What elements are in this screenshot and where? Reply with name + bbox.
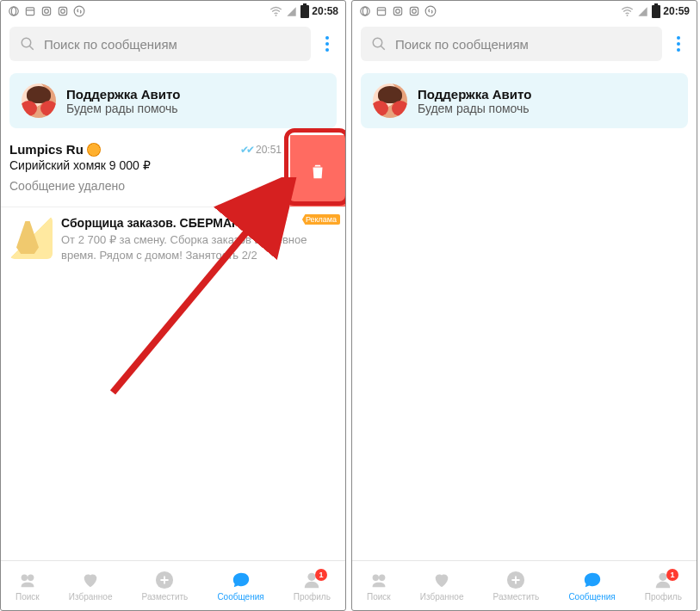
chat-name: Lumpics Ru xyxy=(9,142,101,157)
bottom-nav: Поиск Избранное Разместить Сообщения 1 П… xyxy=(1,560,345,610)
svg-point-25 xyxy=(373,574,379,580)
status-right: 20:59 xyxy=(621,5,690,18)
nav-search-icon xyxy=(18,571,37,589)
ad-badge: Реклама xyxy=(302,214,340,225)
nav-search[interactable]: Поиск xyxy=(367,571,391,602)
nav-messages[interactable]: Сообщения xyxy=(568,571,615,602)
orange-emoji-icon xyxy=(87,143,101,157)
svg-point-7 xyxy=(74,6,84,16)
chat-last-message: Сообщение удалено xyxy=(9,179,282,198)
status-left-icons xyxy=(8,5,85,17)
svg-rect-17 xyxy=(377,8,385,15)
chat-time: ✔✔20:51 xyxy=(240,144,282,156)
nav-badge: 1 xyxy=(666,569,678,581)
wifi-icon xyxy=(269,6,282,17)
nav-messages[interactable]: Сообщения xyxy=(217,571,263,602)
ad-title: Сборщица заказов. СБЕРМАРКЕТ xyxy=(61,216,337,230)
status-bar: 20:59 xyxy=(352,1,697,22)
svg-point-16 xyxy=(362,7,367,15)
battery-icon xyxy=(652,5,660,18)
shazam-icon xyxy=(73,5,85,17)
search-icon xyxy=(371,36,387,52)
nav-badge: 1 xyxy=(315,569,327,581)
ad-item[interactable]: Сборщица заказов. СБЕРМАРКЕТ От 2 700 ₽ … xyxy=(1,207,345,271)
delete-button[interactable] xyxy=(290,135,345,207)
more-menu-button[interactable] xyxy=(318,36,337,52)
nav-favorites[interactable]: Избранное xyxy=(420,571,464,602)
search-placeholder: Поиск по сообщениям xyxy=(395,37,529,52)
calendar-icon xyxy=(24,5,36,17)
search-row: Поиск по сообщениям xyxy=(352,22,697,66)
opera-icon xyxy=(8,5,20,17)
plus-circle-icon xyxy=(155,571,174,589)
chat-icon xyxy=(583,571,602,589)
support-subtitle: Будем рады помочь xyxy=(418,102,531,115)
bottom-nav: Поиск Избранное Разместить Сообщения 1 П… xyxy=(352,560,697,610)
svg-point-15 xyxy=(361,7,370,16)
wifi-icon xyxy=(621,6,634,17)
support-avatar xyxy=(373,83,407,118)
nav-search[interactable]: Поиск xyxy=(15,571,40,602)
svg-point-22 xyxy=(425,6,436,16)
heart-icon xyxy=(81,571,100,589)
battery-icon xyxy=(300,5,309,18)
nav-profile[interactable]: 1 Профиль xyxy=(294,571,331,602)
signal-icon xyxy=(285,6,298,17)
svg-point-21 xyxy=(412,9,417,14)
search-row: Поиск по сообщениям xyxy=(1,22,345,66)
phone-left: 20:58 Поиск по сообщениям Поддержка Авит… xyxy=(0,0,346,611)
instagram-icon xyxy=(40,5,53,17)
instagram-icon xyxy=(392,5,404,17)
svg-point-1 xyxy=(11,7,15,15)
status-left-icons xyxy=(359,5,437,17)
instagram-icon xyxy=(57,5,69,17)
phone-right: 20:59 Поиск по сообщениям Поддержка Авит… xyxy=(351,0,697,611)
svg-point-26 xyxy=(379,574,385,580)
svg-rect-5 xyxy=(59,7,66,15)
trash-icon xyxy=(308,162,327,181)
svg-point-6 xyxy=(61,9,65,14)
nav-post[interactable]: Разместить xyxy=(142,571,189,602)
ad-body: От 2 700 ₽ за смену. Сборка заказов в дн… xyxy=(61,232,337,262)
clock: 20:59 xyxy=(663,5,690,17)
search-input[interactable]: Поиск по сообщениям xyxy=(361,27,662,61)
svg-point-9 xyxy=(22,38,31,47)
svg-point-10 xyxy=(22,574,28,580)
svg-point-19 xyxy=(396,9,400,14)
signal-icon xyxy=(636,6,649,17)
support-subtitle: Будем рады помочь xyxy=(66,102,180,115)
search-icon xyxy=(20,36,35,52)
support-card[interactable]: Поддержка Авито Будем рады помочь xyxy=(9,73,337,128)
support-title: Поддержка Авито xyxy=(418,87,531,102)
support-avatar xyxy=(22,83,56,118)
heart-icon xyxy=(432,571,451,589)
nav-profile[interactable]: 1 Профиль xyxy=(645,571,682,602)
search-input[interactable]: Поиск по сообщениям xyxy=(9,27,311,61)
chat-item-swiped[interactable]: Lumpics Ru ✔✔20:51 Сирийский хомяк 9 000… xyxy=(1,135,345,207)
nav-search-icon xyxy=(369,571,388,589)
read-check-icon: ✔✔ xyxy=(240,144,252,156)
chat-subtitle: Сирийский хомяк 9 000 ₽ xyxy=(9,158,282,172)
calendar-icon xyxy=(375,5,387,17)
svg-rect-20 xyxy=(410,7,418,15)
nav-post[interactable]: Разместить xyxy=(493,571,540,602)
svg-rect-3 xyxy=(42,7,50,15)
svg-point-11 xyxy=(28,574,34,580)
svg-point-8 xyxy=(276,14,277,15)
status-bar: 20:58 xyxy=(1,1,345,22)
support-card[interactable]: Поддержка Авито Будем рады помочь xyxy=(361,73,688,128)
more-menu-button[interactable] xyxy=(669,36,688,52)
svg-point-24 xyxy=(373,38,382,47)
support-title: Поддержка Авито xyxy=(66,87,180,102)
plus-circle-icon xyxy=(506,571,525,589)
clock: 20:58 xyxy=(312,5,338,17)
nav-favorites[interactable]: Избранное xyxy=(69,571,113,602)
svg-rect-2 xyxy=(26,8,34,15)
svg-point-0 xyxy=(9,7,19,16)
search-placeholder: Поиск по сообщениям xyxy=(44,37,177,52)
svg-point-23 xyxy=(627,14,629,15)
svg-rect-18 xyxy=(393,7,401,15)
svg-point-4 xyxy=(45,9,49,14)
shazam-icon xyxy=(424,5,437,17)
ad-thumbnail xyxy=(9,216,53,259)
